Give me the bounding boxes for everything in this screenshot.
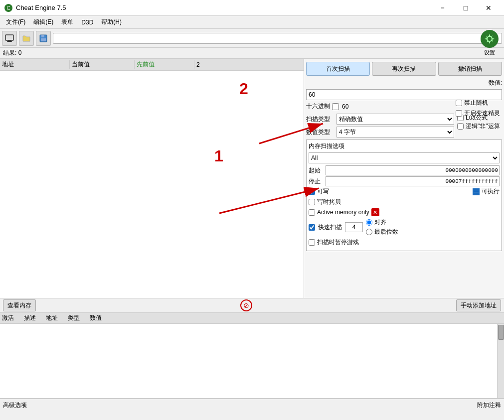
- first-scan-button[interactable]: 首次扫描: [306, 62, 370, 76]
- svg-rect-6: [41, 35, 44, 37]
- wx-row: 可写 — 可执行: [309, 187, 500, 196]
- last-digits-radio-row: 最后位数: [366, 228, 398, 236]
- writable-checkbox[interactable]: [309, 188, 315, 195]
- col-address-header: 地址: [0, 60, 70, 69]
- fast-scan-input[interactable]: [345, 222, 363, 232]
- svg-rect-7: [41, 38, 46, 41]
- right-panel: 首次扫描 再次扫描 撤销扫描 数值: 十六进制 60 扫描类型 精确数值: [304, 59, 504, 298]
- menu-edit[interactable]: 编辑(E): [29, 17, 57, 27]
- fast-scan-label: 快速扫描: [318, 223, 342, 232]
- extra-options: 禁止随机 开启变速精灵: [456, 99, 500, 118]
- start-addr-row: 起始: [309, 165, 500, 175]
- copy-on-write-checkbox[interactable]: [309, 199, 315, 205]
- stop-address-input[interactable]: [326, 176, 500, 186]
- no-random-checkbox[interactable]: [456, 100, 462, 106]
- align-radio[interactable]: [366, 219, 372, 226]
- memory-scan-options-box: 内存扫描选项 All Mapped Snapshot 起始 停止 可写: [306, 140, 502, 251]
- progress-bar: [53, 33, 502, 44]
- writable-item: 可写: [309, 187, 329, 196]
- executable-checkbox-minus[interactable]: —: [473, 188, 480, 195]
- maximize-button[interactable]: □: [454, 0, 477, 16]
- bottom-area: 查看内存 ⊘ 手动添加地址 激活 描述 地址 类型 数值 高级选项 附加注释: [0, 298, 504, 412]
- fast-scan-row: 快速扫描 对齐 最后位数: [309, 218, 500, 236]
- speed-hack-row: 开启变速精灵: [456, 109, 500, 118]
- window-controls: － □ ✕: [431, 0, 500, 16]
- menu-file[interactable]: 文件(F): [2, 17, 29, 27]
- open-icon: [22, 34, 31, 43]
- speed-hack-label: 开启变速精灵: [464, 109, 500, 118]
- active-memory-label: Active memory only: [317, 209, 369, 216]
- close-button[interactable]: ✕: [477, 0, 500, 16]
- speed-hack-checkbox[interactable]: [456, 110, 462, 117]
- look-memory-bar: 查看内存 ⊘ 手动添加地址: [0, 298, 504, 313]
- align-radio-group: 对齐 最后位数: [366, 218, 398, 236]
- menu-help[interactable]: 帮助(H): [97, 17, 126, 27]
- scan-buttons-row: 首次扫描 再次扫描 撤销扫描: [306, 62, 502, 76]
- save-button[interactable]: [36, 31, 51, 46]
- next-scan-button[interactable]: 再次扫描: [372, 62, 436, 76]
- cheat-list-body[interactable]: [0, 324, 504, 399]
- memory-scan-title: 内存扫描选项: [309, 142, 500, 150]
- scan-type-select[interactable]: 精确数值: [336, 114, 454, 125]
- app-title: Cheat Engine 7.5: [16, 4, 66, 11]
- manual-add-button[interactable]: 手动添加地址: [456, 299, 501, 311]
- table-header: 地址 当前值 先前值 2: [0, 59, 304, 71]
- col-previous-header: 先前值: [135, 60, 194, 69]
- start-label: 起始: [309, 166, 324, 175]
- last-digits-label: 最后位数: [374, 228, 398, 236]
- main-area: 地址 当前值 先前值 2 首次扫描 再次扫描 撤销扫描 数值: 十六进制 60: [0, 59, 504, 298]
- memory-scan-select[interactable]: All Mapped Snapshot: [309, 152, 500, 163]
- stop-addr-row: 停止: [309, 176, 500, 186]
- left-panel: 地址 当前值 先前值 2: [0, 59, 304, 298]
- not-logic-checkbox[interactable]: [457, 123, 464, 130]
- cheat-col-desc: 描述: [24, 314, 36, 322]
- value-type-select[interactable]: 4 字节: [336, 127, 454, 138]
- hex-checkbox[interactable]: [332, 103, 339, 110]
- svg-rect-3: [8, 40, 11, 41]
- gear-icon: [483, 32, 497, 46]
- not-logic-label: 逻辑"非"运算: [466, 122, 500, 131]
- copy-on-write-label: 写时拷贝: [317, 198, 341, 206]
- active-memory-x-button[interactable]: ✕: [371, 208, 379, 216]
- align-radio-row: 对齐: [366, 218, 398, 227]
- hex-value-display: 60: [342, 103, 348, 110]
- cheat-col-type: 类型: [68, 314, 80, 322]
- footer-bar: 高级选项 附加注释: [0, 399, 504, 412]
- menu-bar: 文件(F) 编辑(E) 表单 D3D 帮助(H): [0, 16, 504, 29]
- cancel-scan-button[interactable]: ⊘: [240, 299, 252, 311]
- stop-label: 停止: [309, 177, 324, 186]
- scan-type-col: 扫描类型 精确数值 数值类型 4 字节: [306, 114, 454, 140]
- title-bar-left: C Cheat Engine 7.5: [4, 3, 66, 12]
- value-type-row: 数值类型 4 字节: [306, 127, 454, 138]
- cheat-list-header: 激活 描述 地址 类型 数值: [0, 313, 504, 324]
- executable-label: 可执行: [482, 187, 500, 196]
- open-button[interactable]: [19, 31, 34, 46]
- last-digits-radio[interactable]: [366, 229, 372, 235]
- svg-point-8: [487, 36, 492, 41]
- active-memory-row: Active memory only ✕: [309, 208, 500, 216]
- menu-table[interactable]: 表单: [57, 17, 77, 27]
- undo-scan-button[interactable]: 撤销扫描: [438, 62, 502, 76]
- fast-scan-checkbox[interactable]: [309, 224, 315, 231]
- hex-label: 十六进制: [306, 102, 330, 111]
- active-memory-checkbox[interactable]: [309, 209, 315, 216]
- minimize-button[interactable]: －: [431, 0, 454, 16]
- address-table-body[interactable]: [0, 71, 304, 298]
- title-bar: C Cheat Engine 7.5 － □ ✕: [0, 0, 504, 16]
- look-memory-button[interactable]: 查看内存: [3, 299, 36, 311]
- col-current-header: 当前值: [70, 60, 135, 69]
- add-note-label: 附加注释: [477, 401, 501, 410]
- pause-game-checkbox[interactable]: [309, 239, 315, 246]
- scrollbar[interactable]: [497, 324, 504, 398]
- start-address-input[interactable]: [326, 165, 500, 175]
- no-random-row: 禁止随机: [456, 99, 500, 107]
- value-row: 数值:: [306, 79, 502, 87]
- app-icon: C: [4, 3, 13, 12]
- scrollbar-thumb[interactable]: [498, 325, 504, 340]
- pause-game-row: 扫描时暂停游戏: [309, 238, 500, 247]
- monitor-button[interactable]: [2, 31, 17, 46]
- menu-d3d[interactable]: D3D: [77, 18, 97, 27]
- svg-text:C: C: [6, 5, 10, 11]
- executable-item: — 可执行: [473, 187, 500, 196]
- settings-icon[interactable]: [481, 30, 499, 48]
